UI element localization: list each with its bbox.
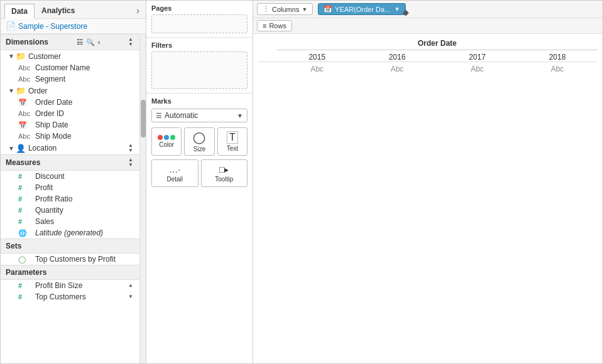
expand-icon[interactable]: ‹ (97, 38, 101, 47)
tab-analytics[interactable]: Analytics (35, 3, 82, 18)
field-latitude[interactable]: 🌐 Latitude (generated) (1, 227, 139, 238)
marks-tooltip-button[interactable]: □▸ Tooltip (201, 159, 248, 187)
hash-icon-profit: # (18, 184, 32, 191)
marks-color-label: Color (159, 141, 174, 148)
pages-section: Pages (146, 1, 253, 38)
viz-col-group-label: Order Date (277, 39, 597, 50)
field-label-ship-mode: Ship Mode (35, 132, 71, 141)
tab-data[interactable]: Data (4, 4, 35, 19)
abc-icon-ship-mode: Abc (18, 132, 32, 140)
marks-section: Marks ☰ Automatic ▼ Color (146, 94, 253, 363)
datasource-row[interactable]: 📄 Sample - Superstore (1, 19, 146, 34)
color-dots (158, 135, 175, 140)
marks-buttons-row2: …∙ Detail □▸ Tooltip (151, 159, 247, 187)
group-customer[interactable]: ▼ 📁 Customer (1, 50, 139, 62)
group-order[interactable]: ▼ 📁 Order (1, 85, 139, 97)
customer-expand-icon: ▼ (8, 53, 14, 60)
field-label-profit-ratio: Profit Ratio (35, 195, 72, 203)
marks-detail-button[interactable]: …∙ Detail (151, 159, 198, 187)
sets-label: Sets (6, 242, 21, 250)
viz-cell-2015: Abc (298, 65, 336, 73)
hash-icon-profit-ratio: # (18, 195, 32, 203)
field-ship-mode[interactable]: Abc Ship Mode (1, 131, 139, 142)
marks-text-button[interactable]: T Text (217, 127, 247, 156)
field-profit[interactable]: # Profit (1, 182, 139, 193)
param-top-customers[interactable]: # Top Customers ▼ (1, 291, 139, 302)
calendar-pill-icon: 📅 (323, 5, 332, 13)
field-label-customer-name: Customer Name (35, 63, 90, 72)
marks-label: Marks (151, 97, 247, 105)
field-label-discount: Discount (35, 172, 65, 181)
filters-shelf-area[interactable] (151, 51, 247, 89)
marks-size-button[interactable]: ◯ Size (184, 127, 214, 156)
columns-shelf-pill[interactable]: ⋮ Columns ▼ (257, 3, 313, 15)
abc-icon-customer-name: Abc (18, 64, 32, 72)
param-profit-bin-size[interactable]: # Profit Bin Size ▲ (1, 280, 139, 291)
main-layout: Data Analytics › 📄 Sample - Superstore D… (1, 1, 602, 363)
field-discount[interactable]: # Discount (1, 171, 139, 182)
dot-green (170, 135, 175, 140)
year-order-date-pill[interactable]: 📅 YEAR(Order Da... ▼ ◆ (318, 3, 406, 15)
field-label-segment: Segment (35, 75, 65, 83)
location-person-icon: 👤 (16, 144, 26, 153)
field-order-date[interactable]: 📅 Order Date (1, 97, 139, 108)
viz-cell-2016: Abc (378, 65, 416, 73)
columns-label: Columns (272, 6, 299, 13)
hash-icon-top-customers: # (18, 293, 32, 301)
param-scroll-down[interactable]: ▼ (128, 294, 133, 299)
marks-dropdown-arrow: ▼ (237, 112, 243, 119)
marks-type-dropdown[interactable]: ☰ Automatic ▼ (151, 109, 247, 122)
dimensions-icons: ☷ 🔍 ‹ (76, 38, 101, 47)
marks-buttons-row1: Color ◯ Size T Text (151, 127, 247, 156)
field-sales[interactable]: # Sales (1, 216, 139, 227)
sidebar-scrollbar[interactable] (139, 34, 146, 363)
viz-year-2016: 2016 (378, 53, 416, 62)
pages-shelf-area[interactable] (151, 14, 247, 33)
location-scroll-down[interactable]: ▼ (128, 148, 133, 153)
customer-group-label: Customer (28, 52, 61, 61)
sidebar-tabs: Data Analytics › (1, 1, 146, 19)
filters-section: Filters (146, 38, 253, 94)
measures-label: Measures (6, 158, 40, 167)
field-customer-name[interactable]: Abc Customer Name (1, 62, 139, 73)
field-label-latitude: Latitude (generated) (35, 228, 103, 237)
field-quantity[interactable]: # Quantity (1, 205, 139, 216)
field-pill-label: YEAR(Order Da... (335, 6, 390, 13)
group-location[interactable]: ▼ 👤 Location ▲ ▼ (1, 142, 139, 154)
order-group-label: Order (28, 87, 48, 95)
set-top-customers[interactable]: ◯ Top Customers by Profit (1, 254, 139, 265)
dot-red (158, 135, 163, 140)
canvas-area: Order Date 2015 2016 2017 2018 Abc (253, 34, 602, 363)
field-label-order-id: Order ID (35, 109, 64, 118)
location-scroll-arrows: ▲ ▼ (128, 143, 133, 153)
cursor-icon: ◆ (403, 8, 409, 17)
search-icon[interactable]: 🔍 (85, 38, 95, 47)
datasource-name: Sample - Superstore (18, 22, 87, 31)
field-label-quantity: Quantity (35, 206, 63, 215)
field-segment[interactable]: Abc Segment (1, 73, 139, 85)
marks-color-button[interactable]: Color (151, 127, 182, 156)
scroll-down-btn[interactable]: ▼ (128, 42, 133, 47)
viz-corner (258, 39, 277, 62)
viz-col-group: Order Date 2015 2016 2017 2018 (277, 39, 597, 62)
param-scroll-up[interactable]: ▲ (128, 283, 133, 288)
field-order-id[interactable]: Abc Order ID (1, 108, 139, 119)
measures-scroll-arrows: ▲ ▼ (128, 158, 133, 168)
field-pill-close[interactable]: ▼ (394, 6, 400, 13)
field-ship-date[interactable]: 📅 Ship Date (1, 119, 139, 131)
viz-row-spacer (258, 65, 277, 73)
grid-icon[interactable]: ☷ (76, 38, 84, 47)
param-label-top-customers: Top Customers (35, 292, 86, 301)
measures-scroll-down[interactable]: ▼ (128, 163, 133, 168)
scrollbar-thumb[interactable] (141, 100, 146, 137)
marks-type-label: Automatic (165, 111, 198, 120)
dimensions-scroll-arrows: ▲ ▼ (128, 37, 133, 47)
columns-arrow: ▼ (302, 6, 307, 13)
field-profit-ratio[interactable]: # Profit Ratio (1, 193, 139, 205)
rows-toolbar: ≡ Rows (253, 18, 602, 34)
rows-shelf-pill[interactable]: ≡ Rows (257, 20, 292, 31)
marks-type-icon: ☰ (156, 112, 162, 120)
hash-icon-sales: # (18, 218, 32, 225)
sidebar-tab-arrow[interactable]: › (134, 4, 142, 17)
rows-icon: ≡ (263, 22, 266, 29)
